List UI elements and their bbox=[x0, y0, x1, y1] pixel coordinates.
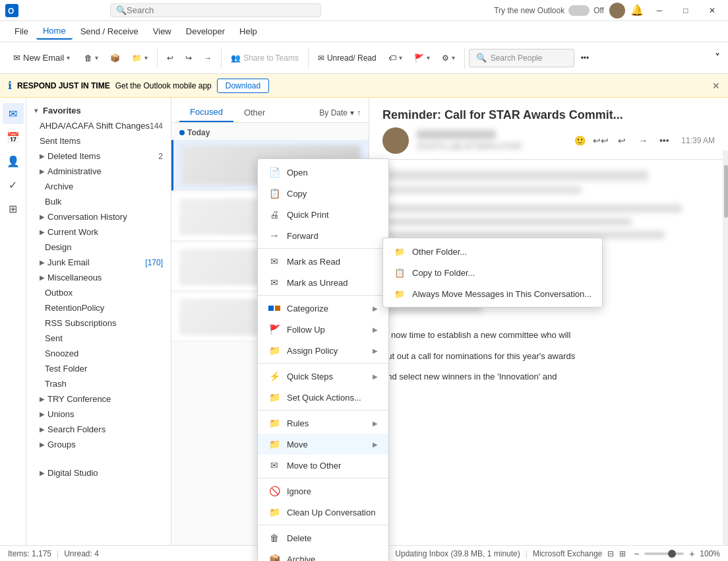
view-mode-icon-2[interactable]: ⊞ bbox=[619, 549, 626, 558]
context-menu-forward[interactable]: → Forward bbox=[258, 225, 388, 246]
minimize-button[interactable]: ─ bbox=[649, 3, 670, 18]
infobar-close-button[interactable]: ✕ bbox=[712, 81, 720, 91]
move-button[interactable]: 📁 ▾ bbox=[127, 46, 153, 70]
nav-calendar-icon[interactable]: 📅 bbox=[3, 127, 24, 148]
forward-button[interactable]: → bbox=[634, 131, 652, 150]
archive-button[interactable]: 📦 bbox=[105, 46, 125, 70]
nav-tasks-icon[interactable]: ✓ bbox=[3, 174, 24, 195]
context-menu-move[interactable]: 📁 Move ▶ bbox=[258, 434, 388, 455]
context-menu-mark-unread[interactable]: ✉ Mark as Unread bbox=[258, 272, 388, 293]
context-menu-assign-policy[interactable]: 📁 Assign Policy ▶ bbox=[258, 340, 388, 361]
tab-focused[interactable]: Focused bbox=[179, 103, 233, 122]
download-button[interactable]: Download bbox=[217, 79, 269, 93]
search-input[interactable] bbox=[127, 5, 315, 15]
sidebar-item-groups[interactable]: ▶ Groups bbox=[26, 437, 171, 452]
reply-all-button[interactable]: ↩↩ bbox=[592, 131, 610, 150]
reply-button[interactable]: ↩ bbox=[613, 131, 631, 150]
context-menu-clean-up[interactable]: 📁 Clean Up Conversation bbox=[258, 502, 388, 523]
sidebar-item-junk[interactable]: ▶ Junk Email [170] bbox=[26, 255, 171, 270]
new-email-button[interactable]: ✉ New Email ▾ bbox=[5, 46, 78, 70]
sidebar-item-search-folders[interactable]: ▶ Search Folders bbox=[26, 422, 171, 437]
sidebar-item-deleted[interactable]: ▶ Deleted Items 2 bbox=[26, 148, 171, 164]
search-people-box[interactable]: 🔍 Search People bbox=[469, 49, 574, 67]
search-box[interactable]: 🔍 bbox=[110, 3, 321, 17]
user-avatar[interactable] bbox=[609, 3, 625, 18]
sidebar-item-bulk[interactable]: Bulk bbox=[26, 194, 171, 209]
move-dropdown-arrow[interactable]: ▾ bbox=[144, 54, 148, 61]
reading-scrollbar[interactable] bbox=[723, 150, 728, 545]
sidebar-item-digital-studio[interactable]: ▶ Digital Studio bbox=[26, 465, 171, 480]
sidebar-item-sent[interactable]: Sent bbox=[26, 331, 171, 346]
expand-toolbar-button[interactable]: ˅ bbox=[712, 49, 723, 67]
zoom-in-button[interactable]: + bbox=[686, 548, 697, 559]
delete-dropdown-arrow[interactable]: ▾ bbox=[95, 54, 98, 61]
sidebar-item-miscellaneous[interactable]: ▶ Miscellaneous bbox=[26, 270, 171, 285]
share-teams-button[interactable]: 👥 Share to Teams bbox=[226, 46, 304, 70]
undo-button[interactable]: ↩ bbox=[162, 46, 179, 70]
close-button[interactable]: ✕ bbox=[702, 3, 723, 18]
more-options-button[interactable]: ••• bbox=[576, 46, 595, 70]
submenu-copy-to-folder[interactable]: 📋 Copy to Folder... bbox=[383, 262, 602, 283]
forward-nav-button[interactable]: → bbox=[198, 46, 217, 70]
submenu-always-move[interactable]: 📁 Always Move Messages in This Conversat… bbox=[383, 283, 602, 304]
redo-button[interactable]: ↪ bbox=[180, 46, 197, 70]
notifications-icon[interactable]: 🔔 bbox=[630, 4, 644, 16]
context-menu-rules[interactable]: 📁 Rules ▶ bbox=[258, 412, 388, 434]
sidebar-item-archive[interactable]: Archive bbox=[26, 179, 171, 194]
more-actions-button[interactable]: ••• bbox=[655, 131, 673, 150]
view-mode-icon-1[interactable]: ⊟ bbox=[607, 549, 614, 558]
zoom-out-button[interactable]: − bbox=[631, 548, 642, 559]
menu-send-receive[interactable]: Send / Receive bbox=[74, 24, 145, 39]
sidebar-item-snoozed[interactable]: Snoozed bbox=[26, 346, 171, 361]
context-menu-quick-steps[interactable]: ⚡ Quick Steps ▶ bbox=[258, 366, 388, 387]
submenu-other-folder[interactable]: 📁 Other Folder... bbox=[383, 241, 602, 262]
sidebar-item-trash[interactable]: Trash bbox=[26, 376, 171, 391]
menu-view[interactable]: View bbox=[146, 24, 178, 39]
nav-email-icon[interactable]: ✉ bbox=[3, 103, 24, 124]
context-menu-follow-up[interactable]: 🚩 Follow Up ▶ bbox=[258, 319, 388, 340]
sidebar-item-unions[interactable]: ▶ Unions bbox=[26, 407, 171, 422]
menu-file[interactable]: File bbox=[8, 24, 35, 39]
nav-apps-icon[interactable]: ⊞ bbox=[3, 198, 24, 219]
rules-dropdown-arrow[interactable]: ▾ bbox=[452, 54, 455, 61]
tab-other[interactable]: Other bbox=[233, 104, 276, 121]
sidebar-item-sent-items[interactable]: Sent Items bbox=[26, 133, 171, 148]
rules-button[interactable]: ⚙ ▾ bbox=[437, 46, 460, 70]
delete-button[interactable]: 🗑 ▾ bbox=[79, 46, 104, 70]
sidebar-item-try-conference[interactable]: ▶ TRY Conference bbox=[26, 391, 171, 407]
menu-home[interactable]: Home bbox=[36, 23, 73, 40]
zoom-slider[interactable] bbox=[644, 552, 684, 555]
context-menu-delete[interactable]: 🗑 Delete bbox=[258, 527, 388, 548]
sidebar-item-conversation-history[interactable]: ▶ Conversation History bbox=[26, 209, 171, 224]
context-menu-categorize[interactable]: Categorize ▶ bbox=[258, 298, 388, 319]
emoji-button[interactable]: 🙂 bbox=[570, 131, 589, 150]
new-email-dropdown-arrow[interactable]: ▾ bbox=[67, 54, 70, 61]
nav-people-icon[interactable]: 👤 bbox=[3, 150, 24, 172]
context-menu-ignore[interactable]: 🚫 Ignore bbox=[258, 480, 388, 502]
context-menu-mark-read[interactable]: ✉ Mark as Read bbox=[258, 251, 388, 272]
tags-button[interactable]: 🏷 ▾ bbox=[383, 46, 408, 70]
sidebar-item-retention[interactable]: RetentionPolicy bbox=[26, 300, 171, 315]
sidebar-item-outbox[interactable]: Outbox bbox=[26, 285, 171, 300]
menu-help[interactable]: Help bbox=[233, 24, 264, 39]
flag-button[interactable]: 🚩 ▾ bbox=[409, 46, 435, 70]
tags-dropdown-arrow[interactable]: ▾ bbox=[399, 54, 402, 61]
sidebar-item-rss[interactable]: RSS Subscriptions bbox=[26, 315, 171, 331]
context-menu-copy[interactable]: 📋 Copy bbox=[258, 183, 388, 204]
sidebar-item-current-work[interactable]: ▶ Current Work bbox=[26, 224, 171, 240]
context-menu-open[interactable]: 📄 Open bbox=[258, 162, 388, 183]
context-menu-set-quick-actions[interactable]: 📁 Set Quick Actions... bbox=[258, 387, 388, 408]
menu-developer[interactable]: Developer bbox=[179, 24, 231, 39]
sidebar-item-design[interactable]: Design bbox=[26, 240, 171, 255]
maximize-button[interactable]: □ bbox=[675, 3, 696, 18]
sidebar-favorites-header[interactable]: ▾ Favorites bbox=[26, 103, 171, 118]
flag-dropdown-arrow[interactable]: ▾ bbox=[427, 54, 430, 61]
sidebar-item-administrative[interactable]: ▶ Administrative bbox=[26, 164, 171, 179]
context-menu-move-to-other[interactable]: ✉ Move to Other bbox=[258, 455, 388, 476]
sidebar-item-ahda[interactable]: AHDA/ACAFA Shift Changes 144 bbox=[26, 118, 171, 133]
sort-selector[interactable]: By Date ▾ ↑ bbox=[319, 108, 361, 117]
context-menu-quick-print[interactable]: 🖨 Quick Print bbox=[258, 204, 388, 225]
context-menu-archive[interactable]: 📦 Archive... bbox=[258, 548, 388, 561]
sort-direction-icon[interactable]: ↑ bbox=[357, 108, 361, 117]
new-outlook-toggle[interactable] bbox=[568, 5, 590, 16]
